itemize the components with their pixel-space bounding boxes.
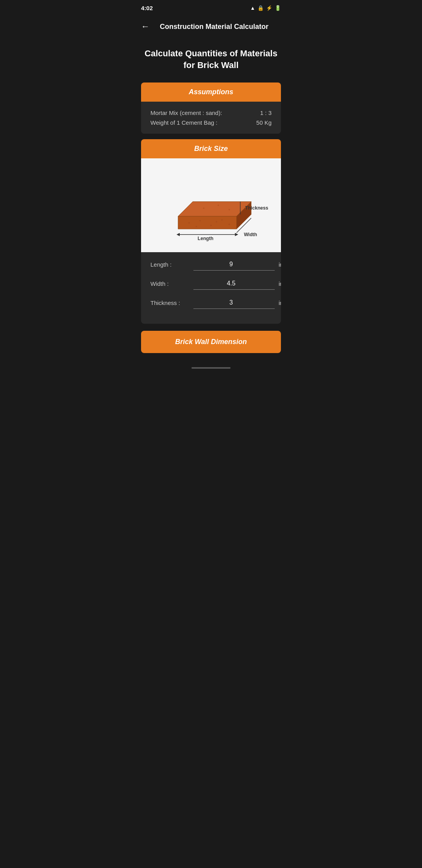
mortar-mix-value: 1 : 3 [260, 109, 272, 116]
mortar-mix-row: Mortar Mix (cement : sand): 1 : 3 [150, 108, 272, 118]
battery-charging-icon: ⚡ [266, 5, 272, 11]
svg-point-12 [229, 209, 230, 211]
assumptions-header-text: Assumptions [189, 88, 233, 96]
svg-point-7 [229, 224, 230, 225]
mortar-mix-label: Mortar Mix (cement : sand): [150, 109, 222, 116]
svg-point-11 [218, 205, 219, 206]
toolbar: ← Construction Material Calculator [135, 16, 287, 38]
length-label: Length : [150, 261, 190, 268]
width-label: Width : [150, 280, 190, 287]
brick-wall-dimension-label: Brick Wall Dimension [175, 338, 247, 346]
svg-point-8 [196, 226, 197, 228]
assumptions-card: Assumptions Mortar Mix (cement : sand): … [141, 82, 281, 134]
svg-marker-0 [178, 216, 237, 229]
svg-point-3 [188, 222, 190, 224]
battery-icon: 🔋 [275, 5, 281, 11]
page-title: Calculate Quantities of Materials for Br… [141, 44, 281, 75]
signal-icon: ▲ [250, 5, 255, 11]
bottom-bar [191, 367, 231, 369]
brick-size-header-text: Brick Size [194, 145, 228, 152]
brick-size-header: Brick Size [141, 139, 281, 158]
toolbar-title: Construction Material Calculator [156, 23, 272, 31]
assumptions-body: Mortar Mix (cement : sand): 1 : 3 Weight… [141, 102, 281, 134]
assumptions-header: Assumptions [141, 82, 281, 102]
cement-bag-row: Weight of 1 Cement Bag : 50 Kg [150, 118, 272, 127]
lock-icon: 🔒 [257, 5, 264, 11]
status-bar: 4:02 ▲ 🔒 ⚡ 🔋 [135, 0, 287, 16]
width-row: Width : inches [150, 278, 272, 290]
status-icons: ▲ 🔒 ⚡ 🔋 [250, 5, 281, 11]
status-time: 4:02 [141, 5, 153, 11]
brick-diagram: Length Width Thickness [149, 166, 273, 244]
svg-text:Thickness: Thickness [245, 206, 268, 211]
width-input[interactable] [193, 278, 275, 290]
cement-bag-value: 50 Kg [256, 119, 272, 126]
brick-wall-dimension-button[interactable]: Brick Wall Dimension [141, 331, 281, 353]
thickness-unit: inches [279, 299, 281, 306]
svg-point-6 [221, 219, 223, 221]
back-button[interactable]: ← [141, 22, 150, 31]
svg-point-4 [199, 220, 201, 222]
svg-point-5 [210, 225, 212, 226]
brick-inputs: Length : inches Width : inches Thickness… [141, 252, 281, 324]
brick-image-container: Length Width Thickness [141, 158, 281, 252]
brick-size-card: Brick Size [141, 139, 281, 324]
svg-point-10 [203, 208, 204, 209]
width-unit: inches [279, 280, 281, 287]
svg-text:Width: Width [244, 232, 257, 238]
length-row: Length : inches [150, 258, 272, 271]
thickness-label: Thickness : [150, 299, 190, 306]
length-input[interactable] [193, 258, 275, 271]
main-content: Calculate Quantities of Materials for Br… [135, 38, 287, 359]
cement-bag-label: Weight of 1 Cement Bag : [150, 119, 217, 126]
svg-text:Length: Length [198, 236, 213, 241]
svg-point-9 [216, 221, 217, 223]
thickness-row: Thickness : inches [150, 297, 272, 309]
thickness-input[interactable] [193, 297, 275, 309]
bottom-nav [135, 363, 287, 373]
length-unit: inches [279, 261, 281, 268]
